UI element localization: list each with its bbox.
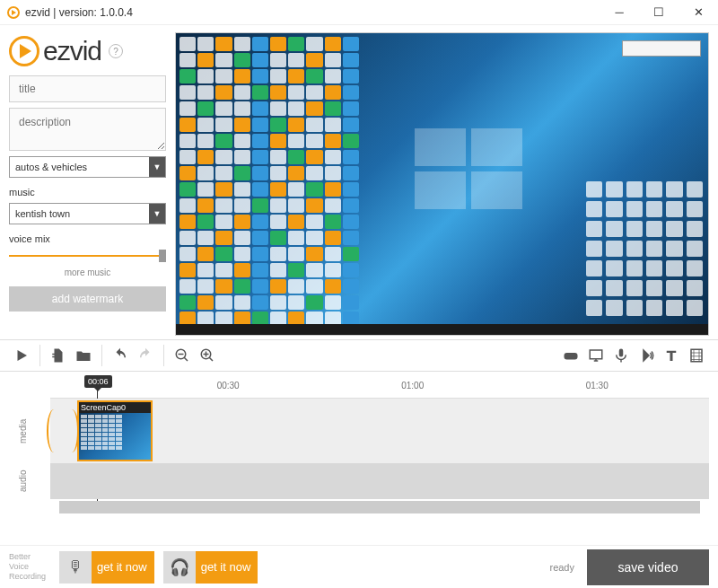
audio-track-label: audio [9, 463, 36, 499]
close-button[interactable]: ✕ [679, 0, 718, 25]
svg-rect-2 [590, 350, 602, 359]
music-value: kentish town [10, 208, 149, 219]
save-video-button[interactable]: save video [587, 549, 709, 585]
chevron-down-icon: ▼ [149, 204, 165, 224]
scrollbar-thumb[interactable] [59, 501, 700, 513]
redo-button[interactable] [133, 343, 158, 368]
undo-button[interactable] [108, 343, 133, 368]
media-track[interactable]: ScreenCap0 [50, 399, 709, 463]
music-select[interactable]: kentish town ▼ [9, 203, 166, 224]
zoom-in-button[interactable] [195, 343, 220, 368]
ruler-tick: 01:30 [586, 381, 609, 391]
better-voice-label: Better Voice Recording [9, 552, 59, 581]
playhead-time: 00:06 [84, 375, 112, 388]
logo: ezvid ? [9, 32, 166, 70]
play-button[interactable] [9, 343, 34, 368]
logo-icon [9, 36, 39, 66]
timeline-ruler[interactable]: 00:06 00:30 01:00 01:30 [50, 377, 709, 399]
bottom-bar: Better Voice Recording 🎙 get it now 🎧 ge… [0, 545, 718, 588]
voicemix-label: voice mix [9, 233, 166, 244]
voicemix-slider[interactable] [9, 251, 166, 260]
film-icon[interactable] [684, 343, 709, 368]
timeline: 00:06 00:30 01:00 01:30 media audio Scre… [0, 372, 718, 513]
help-icon[interactable]: ? [109, 44, 123, 58]
video-clip[interactable]: ScreenCap0 [77, 400, 153, 461]
title-bar: ezvid | version: 1.0.0.4 ─ ☐ ✕ [0, 0, 718, 25]
maximize-button[interactable]: ☐ [639, 0, 679, 25]
svg-rect-3 [619, 349, 624, 357]
description-input[interactable] [9, 108, 166, 151]
video-preview [175, 32, 709, 336]
mic-product-icon: 🎙 [59, 551, 92, 584]
promo-button-1[interactable]: 🎙 get it now [59, 551, 154, 584]
media-track-label: media [9, 399, 36, 463]
ruler-tick: 01:00 [401, 381, 424, 391]
left-panel: ezvid ? autos & vehicles ▼ music kentish… [9, 32, 166, 336]
wave-decoration [50, 409, 75, 452]
text-icon[interactable] [659, 343, 684, 368]
app-icon [7, 6, 20, 19]
clip-label: ScreenCap0 [79, 402, 151, 413]
window-title: ezvid | version: 1.0.0.4 [25, 6, 600, 19]
desktop-icons [180, 37, 359, 322]
gamepad-icon[interactable] [558, 343, 583, 368]
screen-record-icon[interactable] [583, 343, 609, 368]
toolbar [0, 339, 718, 372]
minimize-button[interactable]: ─ [600, 0, 639, 25]
ruler-tick: 00:30 [217, 381, 240, 391]
more-music-link[interactable]: more music [9, 268, 166, 277]
music-label: music [9, 187, 166, 197]
taskbar [176, 324, 708, 335]
promo-button-2[interactable]: 🎧 get it now [163, 551, 258, 584]
zoom-out-button[interactable] [170, 343, 195, 368]
category-value: autos & vehicles [10, 162, 149, 172]
add-watermark-button[interactable]: add watermark [9, 286, 166, 312]
open-folder-button[interactable] [71, 343, 96, 368]
audio-track[interactable] [50, 463, 709, 499]
category-select[interactable]: autos & vehicles ▼ [9, 156, 166, 178]
popup-window [622, 40, 701, 57]
voice-synth-icon[interactable] [634, 343, 659, 368]
slider-thumb[interactable] [159, 250, 166, 262]
status-text: ready [549, 562, 574, 573]
chevron-down-icon: ▼ [149, 157, 165, 177]
logo-text: ezvid [43, 36, 101, 66]
timeline-scrollbar[interactable] [59, 501, 700, 513]
add-file-button[interactable] [46, 343, 71, 368]
microphone-icon[interactable] [609, 343, 634, 368]
title-input[interactable] [9, 75, 166, 102]
headphones-product-icon: 🎧 [163, 551, 196, 584]
desktop-icons-right [586, 181, 703, 316]
